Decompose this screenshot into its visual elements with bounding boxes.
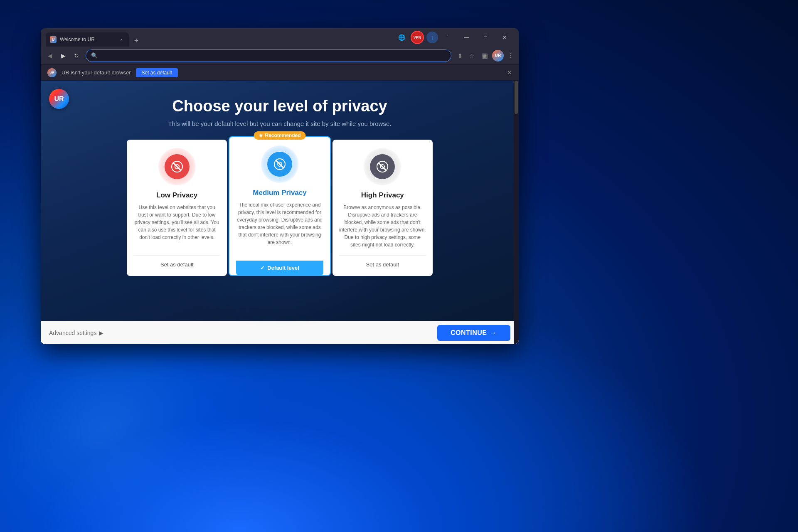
profile-button[interactable]: UR: [492, 50, 504, 62]
tab-favicon: U: [50, 36, 57, 43]
svg-line-8: [379, 163, 386, 170]
menu-button[interactable]: ⋮: [505, 50, 515, 61]
set-default-button[interactable]: Set as default: [136, 68, 178, 77]
privacy-shield-high-icon: [375, 160, 389, 174]
continue-arrow-icon: →: [490, 329, 498, 337]
title-bar-controls: 🌐 VPN ↓ ˅: [395, 31, 454, 44]
bottom-bar: Advanced settings ▶ CONTINUE →: [41, 321, 519, 344]
back-button[interactable]: ◀: [44, 50, 56, 62]
medium-privacy-footer[interactable]: ✓ Default level: [236, 261, 323, 275]
title-bar: U Welcome to UR × + 🌐 VPN ↓ ˅ — □ ✕: [41, 28, 519, 47]
advanced-settings-link[interactable]: Advanced settings ▶: [49, 330, 103, 336]
continue-label: CONTINUE: [451, 329, 487, 337]
active-tab[interactable]: U Welcome to UR ×: [46, 32, 129, 47]
checkmark-icon: ✓: [260, 265, 265, 271]
page-subheading: This will be your default level but you …: [168, 120, 392, 127]
forward-button[interactable]: ▶: [57, 50, 69, 62]
page-heading: Choose your level of privacy: [172, 97, 387, 115]
ur-logo-area: UR: [49, 89, 69, 109]
recommended-star-icon: ★: [259, 133, 263, 138]
svg-line-5: [276, 160, 283, 168]
medium-privacy-icon: [267, 152, 292, 177]
window-controls: — □ ✕: [457, 31, 514, 44]
sidebar-toggle-button[interactable]: ▣: [479, 50, 490, 62]
default-browser-banner: UR UR isn't your default browser Set as …: [41, 65, 519, 81]
recommended-label: Recommended: [265, 133, 300, 138]
low-privacy-card[interactable]: Low Privacy Use this level on websites t…: [127, 140, 227, 276]
low-privacy-icon-wrapper: [158, 148, 196, 185]
banner-ur-icon: UR: [47, 68, 57, 77]
browser-window: U Welcome to UR × + 🌐 VPN ↓ ˅ — □ ✕ ◀ ▶ …: [41, 28, 519, 344]
privacy-shield-medium-icon: [273, 157, 287, 171]
tabs-area: U Welcome to UR × +: [46, 28, 395, 47]
high-privacy-footer[interactable]: Set as default: [339, 255, 426, 268]
chevron-down-icon[interactable]: ˅: [441, 31, 454, 44]
share-icon[interactable]: ⬆: [455, 50, 466, 61]
scrollbar[interactable]: [514, 81, 519, 344]
medium-privacy-desc: The ideal mix of user experience and pri…: [236, 201, 323, 254]
advanced-settings-arrow-icon: ▶: [99, 330, 103, 336]
advanced-settings-label: Advanced settings: [49, 330, 96, 336]
svg-line-3: [172, 162, 182, 172]
scrollbar-thumb[interactable]: [515, 81, 518, 114]
low-privacy-desc: Use this level on websites that you trus…: [133, 204, 220, 249]
high-privacy-card[interactable]: High Privacy Browse as anonymous as poss…: [332, 140, 433, 276]
low-privacy-title: Low Privacy: [156, 191, 197, 200]
recommended-badge: ★ Recommended: [254, 131, 305, 140]
banner-text: UR isn't your default browser: [62, 69, 131, 76]
high-privacy-icon: [370, 154, 395, 179]
high-privacy-icon-wrapper: [364, 148, 401, 185]
ur-logo: UR: [49, 89, 69, 109]
medium-privacy-title: Medium Privacy: [253, 189, 306, 197]
medium-privacy-card[interactable]: ★ Recommended Medium Privacy: [229, 136, 330, 276]
new-tab-button[interactable]: +: [131, 35, 142, 47]
minimize-button[interactable]: —: [457, 31, 475, 44]
privacy-shield-low-icon: [170, 160, 184, 174]
medium-privacy-icon-wrapper: [261, 145, 298, 183]
refresh-button[interactable]: ↻: [71, 50, 82, 62]
page-main: Choose your level of privacy This will b…: [41, 81, 519, 321]
address-bar[interactable]: 🔍: [86, 49, 451, 62]
download-icon[interactable]: ↓: [426, 32, 438, 43]
continue-button[interactable]: CONTINUE →: [437, 325, 510, 341]
high-privacy-desc: Browse as anonymous as possible. Disrupt…: [339, 204, 426, 249]
banner-close-button[interactable]: ✕: [507, 69, 512, 76]
default-level-label: Default level: [267, 265, 299, 271]
page-content: UR Choose your level of privacy This wil…: [41, 81, 519, 344]
address-bar-area: ◀ ▶ ↻ 🔍 ⬆ ☆ ▣ UR ⋮: [41, 47, 519, 65]
address-bar-actions: ⬆ ☆: [455, 50, 477, 61]
low-privacy-icon: [165, 154, 190, 179]
vpn-icon[interactable]: VPN: [411, 31, 424, 44]
tab-title: Welcome to UR: [60, 37, 115, 42]
search-icon: 🔍: [91, 52, 98, 59]
globe-icon[interactable]: 🌐: [395, 31, 408, 44]
close-window-button[interactable]: ✕: [495, 31, 514, 44]
tab-close-button[interactable]: ×: [118, 36, 125, 43]
high-privacy-title: High Privacy: [361, 191, 404, 200]
bookmark-star-icon[interactable]: ☆: [466, 50, 477, 61]
low-privacy-footer[interactable]: Set as default: [133, 255, 220, 268]
maximize-button[interactable]: □: [476, 31, 495, 44]
url-input[interactable]: [101, 52, 446, 59]
privacy-cards-container: Low Privacy Use this level on websites t…: [126, 140, 433, 276]
